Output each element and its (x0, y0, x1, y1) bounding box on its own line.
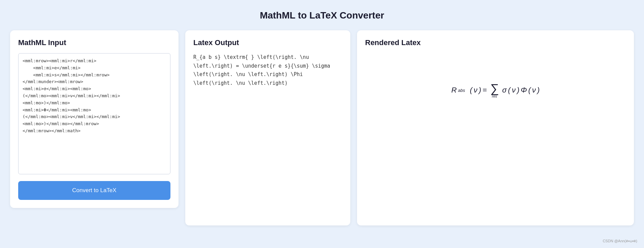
rendered-latex-container: Rabs ( ν ) = ∑ res σ ( ν ) Φ ( ν ) (365, 53, 626, 120)
formula-equals: = (483, 86, 487, 95)
formula-open-paren: ( (470, 86, 472, 95)
panel-latex-output: Latex Output R_{a b s} \textrm{ } \left(… (185, 30, 350, 225)
math-formula: Rabs ( ν ) = ∑ res σ ( ν ) Φ ( ν ) (451, 82, 540, 98)
mathml-textarea[interactable]: <mml:mrow><mml:mi>r</mml:mi> <mml:mi>e</… (18, 53, 170, 174)
formula-phi-paren-open: ( (528, 86, 530, 95)
formula-phi: Φ (521, 86, 527, 95)
formula-nu-sigma: ν (512, 86, 516, 95)
panel-rendered-latex-title: Rendered Latex (365, 38, 626, 47)
formula-sigma-paren-open: ( (508, 86, 510, 95)
latex-output-text: R_{a b s} \textrm{ } \left(\right. \nu \… (193, 53, 342, 87)
formula-sigma-paren-close: ) (517, 86, 519, 95)
formula-sigma: σ (502, 86, 507, 95)
panel-mathml-input: MathML Input <mml:mrow><mml:mi>r</mml:mi… (10, 30, 179, 208)
formula-R: R (451, 86, 457, 95)
formula-sum-container: ∑ res (490, 82, 499, 98)
formula-close-paren: ) (479, 86, 481, 95)
formula-subscript-abs: abs (458, 88, 465, 93)
formula-sum-under: res (492, 95, 497, 98)
panel-rendered-latex: Rendered Latex Rabs ( ν ) = ∑ res σ ( ν (357, 30, 634, 225)
formula-sum-symbol: ∑ (490, 82, 499, 95)
panel-mathml-input-title: MathML Input (18, 38, 170, 47)
watermark: CSDN @Ann(ฅ•ω•ฅ) (603, 238, 637, 244)
formula-nu-lhs: ν (474, 86, 477, 95)
panel-latex-output-title: Latex Output (193, 38, 342, 47)
page-title: MathML to LaTeX Converter (10, 7, 634, 21)
formula-nu-phi: ν (532, 86, 536, 95)
formula-space (466, 86, 469, 95)
main-layout: MathML Input <mml:mrow><mml:mi>r</mml:mi… (10, 30, 634, 225)
formula-phi-paren-close: ) (537, 86, 540, 95)
convert-to-latex-button[interactable]: Convert to LaTeX (18, 181, 170, 200)
